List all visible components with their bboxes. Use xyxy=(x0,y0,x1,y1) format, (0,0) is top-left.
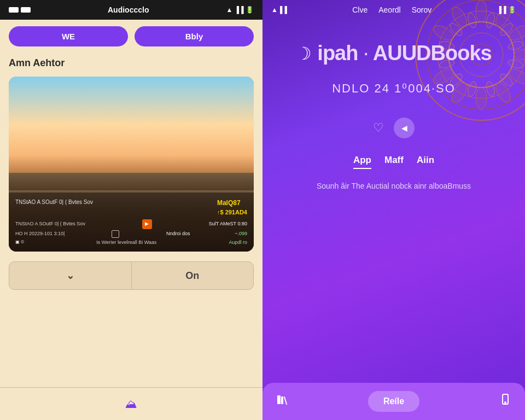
tab-aiin[interactable]: Aiin xyxy=(417,155,434,169)
checkbox-icon[interactable] xyxy=(112,230,119,238)
resume-button[interactable]: Reíle xyxy=(368,391,419,412)
heart-icon[interactable]: ♡ xyxy=(373,121,384,135)
svg-rect-30 xyxy=(277,395,281,404)
chevron-button[interactable]: ⌄ xyxy=(9,262,132,289)
tab-app[interactable]: App xyxy=(353,155,371,169)
status-bar-left: Audioccclo ▲ ▐▐ 🔋 xyxy=(0,0,262,20)
book-overlay: TNStAO A SOutF 0| ( Bvtes Sov MaIQ87 ↑$ … xyxy=(9,192,254,252)
tab-maff[interactable]: Maff xyxy=(384,155,404,169)
status-icons-left: ▲ ▐▐ 🔋 xyxy=(226,6,254,14)
right-bottom-bar: Reíle xyxy=(262,383,525,420)
status-bar-right: ▲▐▐ Clve Aeordl Sorov ▐▐ 🔋 xyxy=(262,0,525,20)
mountain-icon[interactable]: ⛰ xyxy=(125,397,137,411)
book-price: MaIQ87 ↑$ 291AD4 xyxy=(217,198,247,217)
section-title: Amn Aehtor xyxy=(0,53,262,72)
book-meta-left: TNStAO A SOutF 0| ( Bvtes Sov xyxy=(15,198,93,206)
small-icon-left: ▣ © xyxy=(15,239,24,246)
we-button[interactable]: WE xyxy=(9,26,128,46)
bottom-controls: ⌄ On xyxy=(9,261,254,290)
bbly-button[interactable]: Bbly xyxy=(135,26,254,46)
moon-icon: ☽ xyxy=(296,43,312,64)
top-nav-left: WE Bbly xyxy=(0,20,262,53)
book-info-row-3: ▣ © Is WerIer levelreall Bi Waas Aupdl r… xyxy=(15,239,247,247)
app-logo-area: ☽ ipah · AUUDBooks xyxy=(296,42,491,65)
right-panel: ▲▐▐ Clve Aeordl Sorov ▐▐ 🔋 ☽ ipah · AUUD… xyxy=(262,0,525,420)
status-time-left xyxy=(9,7,31,13)
book-info-row-2: HO H 20229-101 3:10| Nndroi dos ~.099 xyxy=(15,230,247,238)
right-description: Sounh âir The Auctial nobck ainr alboaBm… xyxy=(311,180,476,192)
chevron-down-icon: ⌄ xyxy=(66,270,74,282)
svg-point-33 xyxy=(505,402,506,403)
sub-tagline: NDLO 24 1⁰004·SO xyxy=(332,81,456,96)
play-back-button[interactable]: ◀ xyxy=(394,118,415,138)
right-tabs: App Maff Aiin xyxy=(353,155,434,169)
nav-clve[interactable]: Clve xyxy=(352,5,368,14)
right-content: ☽ ipah · AUUDBooks NDLO 24 1⁰004·SO ♡ ◀ … xyxy=(262,20,525,420)
svg-rect-31 xyxy=(281,396,283,404)
status-left-right: ▲▐▐ xyxy=(271,6,287,14)
nav-aeordl[interactable]: Aeordl xyxy=(378,5,400,14)
app-title-left: Audioccclo xyxy=(108,5,149,14)
book-info-row-1: TNStAO A SOutF 0| ( Bvtes Sov SulT AMeST… xyxy=(15,219,247,229)
device-icon[interactable] xyxy=(499,393,512,410)
nav-sorov[interactable]: Sorov xyxy=(412,5,432,14)
status-battery-right: ▐▐ 🔋 xyxy=(497,6,516,14)
app-name: ipah · AUUDBooks xyxy=(317,42,491,65)
book-card[interactable]: TNStAO A SOutF 0| ( Bvtes Sov MaIQ87 ↑$ … xyxy=(9,77,254,252)
left-panel: Audioccclo ▲ ▐▐ 🔋 WE Bbly Amn Aehtor TNS… xyxy=(0,0,262,420)
heart-play-area: ♡ ◀ xyxy=(373,118,415,138)
on-label: On xyxy=(185,270,199,282)
library-icon[interactable] xyxy=(276,393,289,410)
on-button[interactable]: On xyxy=(132,262,254,289)
play-icon-small[interactable] xyxy=(142,219,152,229)
bottom-tab-bar-left: ⛰ xyxy=(0,387,262,420)
